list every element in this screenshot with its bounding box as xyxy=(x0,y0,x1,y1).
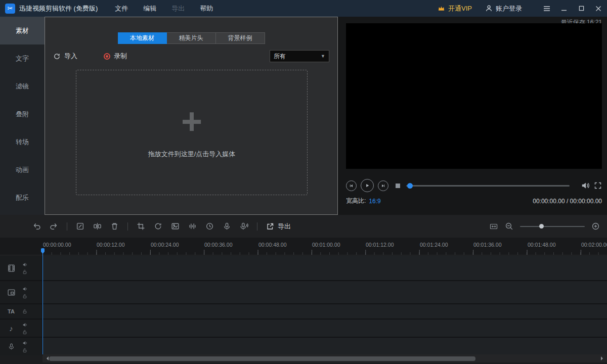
mosaic-icon[interactable] xyxy=(171,222,180,231)
vip-button[interactable]: 开通VIP xyxy=(438,4,472,13)
menu-help[interactable]: 帮助 xyxy=(200,4,213,13)
redo-icon[interactable] xyxy=(50,222,58,231)
toolbar-separator xyxy=(257,222,257,231)
preview-panel: 最近保存 16:21 宽高比: 16:9 xyxy=(338,17,607,215)
mute-track-icon[interactable] xyxy=(22,262,28,267)
chevron-down-icon: ▼ xyxy=(321,54,325,59)
media-filter-dropdown[interactable]: 所有 ▼ xyxy=(270,50,329,62)
music-track-lane[interactable] xyxy=(42,320,607,337)
scrollbar-thumb[interactable] xyxy=(49,356,475,361)
ruler-label: 00:00:36.00 xyxy=(204,242,232,248)
toolbar-separator xyxy=(127,222,128,231)
volume-icon[interactable] xyxy=(581,181,590,190)
sidebar-item-filters[interactable]: 滤镜 xyxy=(0,72,45,100)
login-label: 账户登录 xyxy=(496,4,522,13)
hamburger-menu-icon[interactable] xyxy=(543,5,550,12)
play-button[interactable] xyxy=(361,179,374,192)
next-frame-button[interactable] xyxy=(378,180,388,191)
import-button[interactable]: 导入 xyxy=(53,52,77,61)
media-dropzone[interactable]: + 拖放文件到这里/点击导入媒体 xyxy=(76,70,308,195)
lock-track-icon[interactable] xyxy=(22,294,28,299)
fullscreen-icon[interactable] xyxy=(594,181,602,190)
ruler-label: 00:00:24.00 xyxy=(151,242,179,248)
zoom-out-icon[interactable] xyxy=(505,222,513,231)
sidebar-item-music[interactable]: 配乐 xyxy=(0,184,45,211)
zoom-in-icon[interactable] xyxy=(591,222,600,231)
ruler-label: 00:01:36.00 xyxy=(473,242,501,248)
plus-icon: + xyxy=(181,106,202,136)
split-icon[interactable] xyxy=(93,222,102,231)
text-track-icon: TA xyxy=(0,308,22,314)
video-preview xyxy=(346,23,602,169)
fit-timeline-icon[interactable] xyxy=(489,222,498,231)
voice-to-text-icon[interactable] xyxy=(240,222,248,231)
ruler-label: 00:02:00.00 xyxy=(581,242,607,248)
aspect-ratio-value[interactable]: 16:9 xyxy=(369,198,380,205)
lock-track-icon[interactable] xyxy=(22,309,27,314)
edit-clip-icon[interactable] xyxy=(76,222,84,231)
timeline-ruler[interactable]: 00:00:00.00 00:00:12.00 00:00:24.00 00:0… xyxy=(0,238,607,255)
menu-file[interactable]: 文件 xyxy=(115,4,128,13)
record-button[interactable]: 录制 xyxy=(104,52,127,61)
music-track-header: ♪ xyxy=(0,320,42,337)
prev-frame-button[interactable] xyxy=(346,180,357,191)
text-track-toggles xyxy=(22,309,27,314)
duration-icon[interactable] xyxy=(205,222,214,231)
scroll-right-icon[interactable] xyxy=(601,356,605,360)
sidebar-item-text[interactable]: 文字 xyxy=(0,44,45,72)
maximize-icon[interactable] xyxy=(578,5,585,12)
mute-track-icon[interactable] xyxy=(22,340,28,346)
overlay-track-icon xyxy=(0,288,22,297)
sidebar-item-media[interactable]: 素材 xyxy=(0,17,45,44)
lock-track-icon[interactable] xyxy=(22,330,28,335)
stop-button[interactable] xyxy=(396,184,400,188)
zoom-slider-handle[interactable] xyxy=(539,224,544,229)
overlay-track xyxy=(0,281,607,303)
scroll-left-icon[interactable] xyxy=(45,356,49,360)
preview-info-row: 宽高比: 16:9 00:00:00.00 / 00:00:00.00 xyxy=(346,197,602,205)
voice-track-lane[interactable] xyxy=(42,338,607,355)
export-button[interactable]: 导出 xyxy=(266,222,291,231)
timeline-scrollbar[interactable] xyxy=(42,354,607,362)
crop-icon[interactable] xyxy=(137,222,145,231)
close-icon[interactable] xyxy=(595,5,602,12)
sidebar-item-animations[interactable]: 动画 xyxy=(0,156,45,184)
sidebar-item-label: 滤镜 xyxy=(16,82,29,91)
undo-icon[interactable] xyxy=(32,222,41,231)
minimize-icon[interactable] xyxy=(560,5,568,12)
mute-track-icon[interactable] xyxy=(22,322,28,328)
window-controls xyxy=(543,5,602,12)
music-track-icon: ♪ xyxy=(0,324,22,333)
music-track-toggles xyxy=(22,322,28,335)
app-window: ✂ 迅捷视频剪辑软件 (免费版) 文件 编辑 导出 帮助 开通VIP 账户登录 xyxy=(0,0,607,364)
text-track: TA xyxy=(0,304,607,318)
seek-bar[interactable] xyxy=(406,185,570,187)
overlay-track-toggles xyxy=(22,286,28,299)
account-login-button[interactable]: 账户登录 xyxy=(485,4,522,13)
seek-handle[interactable] xyxy=(407,183,413,189)
tab-local-media[interactable]: 本地素材 xyxy=(118,32,167,44)
lock-track-icon[interactable] xyxy=(22,348,28,353)
menu-edit[interactable]: 编辑 xyxy=(143,4,156,13)
record-icon xyxy=(104,53,110,60)
record-voice-icon[interactable] xyxy=(223,222,231,231)
rotate-icon[interactable] xyxy=(154,222,162,231)
tab-intro-templates[interactable]: 精美片头 xyxy=(167,32,216,44)
export-label: 导出 xyxy=(278,222,291,231)
materials-panel: 本地素材 精美片头 背景样例 导入 录制 所有 ▼ + 拖放文件到这里/点击导入… xyxy=(45,17,338,215)
text-track-lane[interactable] xyxy=(42,304,607,318)
tab-background-samples[interactable]: 背景样例 xyxy=(216,32,265,44)
zoom-slider[interactable] xyxy=(520,226,585,227)
sidebar-item-transitions[interactable]: 转场 xyxy=(0,128,45,156)
import-label: 导入 xyxy=(64,52,77,61)
audio-wave-icon[interactable] xyxy=(188,222,197,231)
lock-track-icon[interactable] xyxy=(22,269,28,275)
video-track-lane[interactable] xyxy=(42,256,607,280)
delete-icon[interactable] xyxy=(110,222,119,231)
voice-track-icon xyxy=(0,343,22,350)
sidebar-item-overlays[interactable]: 叠附 xyxy=(0,100,45,128)
mute-track-icon[interactable] xyxy=(22,286,28,292)
overlay-track-lane[interactable] xyxy=(42,281,607,303)
ruler-label: 00:00:48.00 xyxy=(258,242,286,248)
export-icon xyxy=(266,222,274,231)
